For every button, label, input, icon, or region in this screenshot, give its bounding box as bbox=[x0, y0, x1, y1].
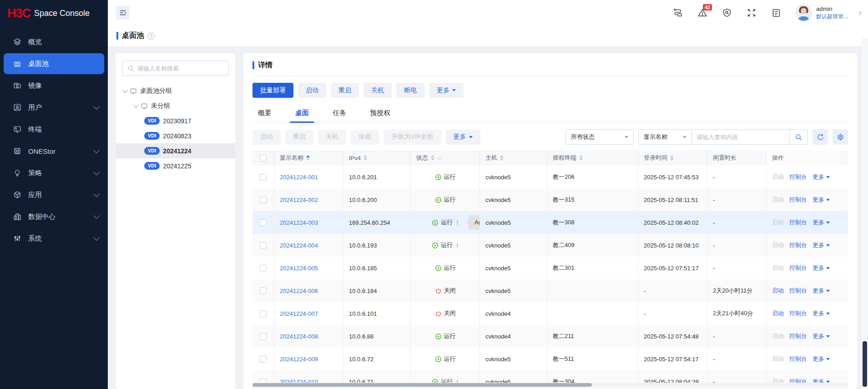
pool-action-关机[interactable]: 关机 bbox=[363, 83, 392, 98]
sidebar-item-概览[interactable]: 概览 bbox=[4, 31, 104, 52]
pool-action-启动[interactable]: 启动 bbox=[298, 83, 326, 98]
chevron-right-icon[interactable]: › bbox=[859, 8, 862, 17]
desktop-name-link[interactable]: 20241224-006 bbox=[280, 288, 318, 294]
warning-exclamation-icon[interactable]: ! bbox=[456, 219, 458, 226]
report-clipboard-icon[interactable] bbox=[771, 7, 782, 18]
row-checkbox[interactable] bbox=[260, 242, 267, 249]
op-start-link[interactable]: 启动 bbox=[772, 173, 784, 181]
tab-桌面[interactable]: 桌面 bbox=[293, 105, 311, 122]
pool-more-button[interactable]: 更多 bbox=[429, 83, 464, 98]
sort-icon[interactable] bbox=[579, 155, 583, 161]
desktop-name-link[interactable]: 20241224-008 bbox=[280, 333, 318, 340]
tree-node-20241225[interactable]: VDI20241225 bbox=[116, 158, 235, 173]
collapse-sidebar-icon[interactable] bbox=[116, 6, 130, 20]
row-checkbox[interactable] bbox=[260, 356, 267, 363]
desktop-name-link[interactable]: 20241224-003 bbox=[280, 219, 318, 226]
desktop-name-link[interactable]: 20241224-009 bbox=[280, 356, 318, 363]
sidebar-item-应用[interactable]: 应用 bbox=[4, 184, 104, 205]
op-console-link[interactable]: 控制台 bbox=[789, 241, 807, 249]
sort-icon[interactable] bbox=[363, 155, 367, 161]
vertical-scrollbar-thumb[interactable] bbox=[863, 341, 867, 387]
desktop-name-link[interactable]: 20241224-001 bbox=[280, 174, 318, 181]
op-more-link[interactable]: 更多 bbox=[812, 218, 830, 227]
desktop-name-link[interactable]: 20241224-007 bbox=[280, 310, 318, 317]
tree-node-未分组[interactable]: 未分组 bbox=[116, 98, 235, 113]
op-console-link[interactable]: 控制台 bbox=[789, 332, 807, 340]
tab-概要[interactable]: 概要 bbox=[256, 105, 273, 122]
op-start-link[interactable]: 启动 bbox=[772, 355, 784, 363]
security-scan-icon[interactable] bbox=[722, 7, 732, 18]
op-console-link[interactable]: 控制台 bbox=[789, 218, 807, 227]
sort-icon[interactable] bbox=[500, 155, 504, 161]
op-start-link[interactable]: 启动 bbox=[772, 241, 784, 249]
tree-node-桌面池分组[interactable]: 桌面池分组 bbox=[116, 83, 235, 98]
chevron-down-icon[interactable] bbox=[122, 87, 128, 93]
op-console-link[interactable]: 控制台 bbox=[789, 173, 807, 181]
row-action-升级为VIP桌面[interactable]: 升级为VIP桌面 bbox=[384, 130, 441, 145]
row-action-关机[interactable]: 关机 bbox=[318, 130, 346, 145]
pool-action-断电[interactable]: 断电 bbox=[396, 83, 424, 98]
status-filter-select[interactable]: 所有状态 bbox=[565, 129, 634, 145]
table-more-button[interactable]: 更多 bbox=[446, 130, 480, 145]
desktop-name-link[interactable]: 20241224-004 bbox=[280, 242, 318, 249]
row-checkbox[interactable] bbox=[260, 174, 267, 181]
op-start-link[interactable]: 启动 bbox=[772, 332, 784, 340]
row-checkbox[interactable] bbox=[260, 333, 267, 340]
row-action-休眠[interactable]: 休眠 bbox=[351, 130, 379, 145]
pipeline-icon[interactable] bbox=[672, 7, 683, 18]
row-checkbox[interactable] bbox=[260, 219, 267, 226]
sidebar-item-ONEStor[interactable]: ONEStor bbox=[4, 141, 104, 162]
chevron-down-icon[interactable] bbox=[133, 102, 139, 108]
op-start-link[interactable]: 启动 bbox=[772, 218, 784, 227]
search-button[interactable] bbox=[790, 129, 808, 145]
user-menu[interactable]: admin 默认超级管... bbox=[795, 4, 848, 21]
filter-chevron-icon[interactable] bbox=[437, 155, 442, 160]
tree-node-20240823[interactable]: VDI20240823 bbox=[116, 128, 235, 143]
row-action-启动[interactable]: 启动 bbox=[252, 130, 281, 145]
desktop-name-link[interactable]: 20241224-002 bbox=[280, 197, 318, 203]
op-start-link[interactable]: 启动 bbox=[772, 287, 784, 295]
select-all-checkbox[interactable] bbox=[260, 155, 267, 162]
alarm-icon[interactable]: 42 bbox=[697, 7, 708, 18]
op-start-link[interactable]: 启动 bbox=[772, 196, 784, 204]
desktop-name-link[interactable]: 20241224-005 bbox=[280, 265, 318, 272]
tab-预授权[interactable]: 预授权 bbox=[368, 105, 392, 122]
row-checkbox[interactable] bbox=[260, 310, 267, 317]
op-more-link[interactable]: 更多 bbox=[812, 355, 830, 363]
row-checkbox[interactable] bbox=[260, 288, 267, 294]
pool-action-重启[interactable]: 重启 bbox=[331, 83, 359, 98]
warning-exclamation-icon[interactable]: ! bbox=[456, 242, 458, 249]
op-more-link[interactable]: 更多 bbox=[812, 264, 830, 272]
search-field-select[interactable]: 显示名称 bbox=[638, 129, 692, 145]
tree-search-input[interactable] bbox=[137, 65, 224, 72]
op-console-link[interactable]: 控制台 bbox=[789, 309, 807, 318]
sidebar-item-策略[interactable]: 策略 bbox=[4, 162, 104, 183]
row-checkbox[interactable] bbox=[260, 197, 267, 203]
tree-node-20241224[interactable]: VDI20241224 bbox=[116, 143, 235, 158]
op-more-link[interactable]: 更多 bbox=[812, 287, 830, 295]
sidebar-item-镜像[interactable]: 镜像 bbox=[4, 75, 104, 96]
op-more-link[interactable]: 更多 bbox=[812, 241, 830, 249]
sidebar-item-桌面池[interactable]: 桌面池 bbox=[4, 53, 104, 74]
refresh-button[interactable] bbox=[812, 129, 828, 145]
op-more-link[interactable]: 更多 bbox=[812, 173, 830, 181]
sort-icon[interactable] bbox=[670, 155, 674, 161]
op-console-link[interactable]: 控制台 bbox=[789, 355, 807, 363]
op-console-link[interactable]: 控制台 bbox=[789, 264, 807, 272]
op-start-link[interactable]: 启动 bbox=[772, 264, 784, 272]
op-start-link[interactable]: 启动 bbox=[772, 309, 784, 318]
tab-任务[interactable]: 任务 bbox=[331, 105, 348, 122]
op-console-link[interactable]: 控制台 bbox=[789, 287, 807, 295]
batch-deploy-button[interactable]: 批量部署 bbox=[252, 83, 293, 98]
sidebar-item-数据中心[interactable]: 数据中心 bbox=[4, 206, 104, 227]
sort-icon[interactable] bbox=[306, 155, 310, 161]
tree-node-20230917[interactable]: VDI20230917 bbox=[116, 113, 235, 128]
fullscreen-icon[interactable] bbox=[746, 7, 757, 18]
row-action-重启[interactable]: 重启 bbox=[285, 130, 313, 145]
row-checkbox[interactable] bbox=[260, 265, 267, 272]
column-settings-button[interactable] bbox=[833, 129, 848, 145]
sidebar-item-系统[interactable]: 系统 bbox=[4, 228, 104, 249]
sort-icon[interactable] bbox=[431, 155, 434, 161]
sidebar-item-用户[interactable]: 用户 bbox=[4, 97, 104, 118]
op-more-link[interactable]: 更多 bbox=[812, 196, 830, 204]
